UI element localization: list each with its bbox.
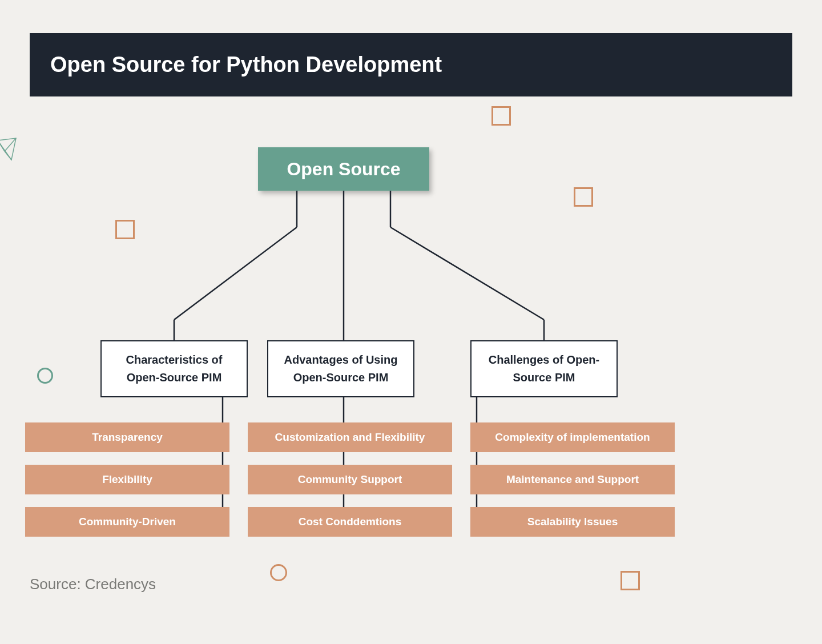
source-attribution: Source: Credencys <box>30 575 156 593</box>
branch-title: Advantages of Using Open-Source PIM <box>279 351 403 387</box>
leaf-label: Transparency <box>92 431 163 444</box>
leaf-label: Scalability Issues <box>527 516 618 528</box>
leaf-item: Complexity of implementation <box>470 422 675 452</box>
decorative-circle-icon <box>37 368 53 384</box>
leaf-label: Customization and Flexibility <box>275 431 425 444</box>
leaf-item: Cost Conddemtions <box>248 507 452 537</box>
leaf-label: Community-Driven <box>79 516 176 528</box>
leaf-label: Flexibility <box>102 473 152 486</box>
branch-challenges: Challenges of Open-Source PIM <box>470 340 618 397</box>
decorative-polyhedron-icon <box>0 137 24 171</box>
leaf-label: Community Support <box>298 473 402 486</box>
decorative-square-icon <box>574 187 593 207</box>
svg-line-5 <box>390 227 544 320</box>
root-node: Open Source <box>258 147 429 191</box>
branch-characteristics: Characteristics of Open-Source PIM <box>100 340 248 397</box>
title-bar: Open Source for Python Development <box>30 33 792 96</box>
decorative-circle-icon <box>270 564 287 581</box>
decorative-square-icon <box>620 571 640 590</box>
leaf-item: Community Support <box>248 465 452 494</box>
leaf-label: Cost Conddemtions <box>299 516 402 528</box>
svg-line-3 <box>174 227 297 320</box>
connector-lines <box>0 0 822 644</box>
leaf-label: Maintenance and Support <box>506 473 639 486</box>
leaf-item: Maintenance and Support <box>470 465 675 494</box>
svg-line-15 <box>5 151 11 160</box>
decorative-square-icon <box>491 106 511 126</box>
branch-title: Characteristics of Open-Source PIM <box>112 351 236 387</box>
leaf-item: Scalability Issues <box>470 507 675 537</box>
leaf-item: Flexibility <box>25 465 229 494</box>
leaf-item: Community-Driven <box>25 507 229 537</box>
leaf-item: Customization and Flexibility <box>248 422 452 452</box>
root-label: Open Source <box>287 159 400 180</box>
branch-advantages: Advantages of Using Open-Source PIM <box>267 340 414 397</box>
leaf-item: Transparency <box>25 422 229 452</box>
svg-line-13 <box>0 140 5 151</box>
branch-title: Challenges of Open-Source PIM <box>482 351 606 387</box>
page-title: Open Source for Python Development <box>50 53 772 77</box>
decorative-square-icon <box>115 220 135 239</box>
leaf-label: Complexity of implementation <box>495 431 650 444</box>
